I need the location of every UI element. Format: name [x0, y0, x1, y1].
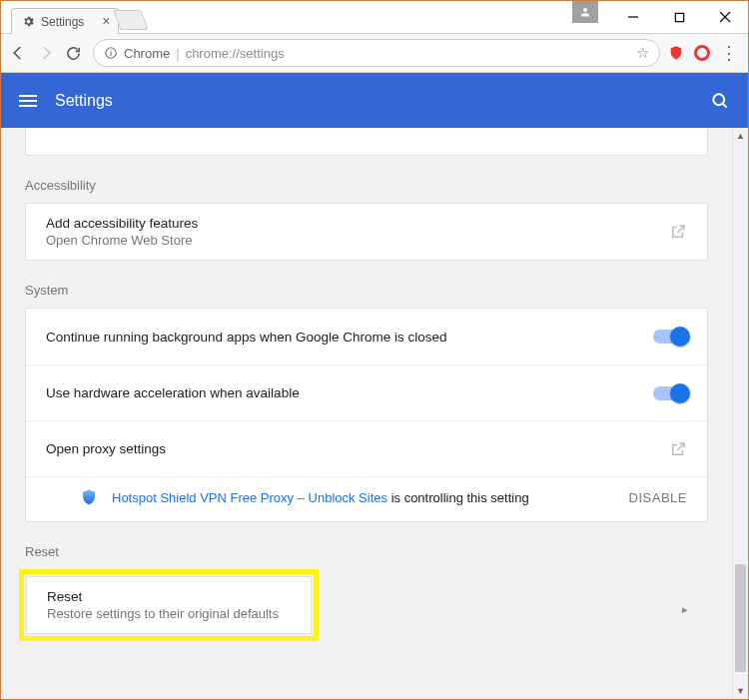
gear-icon: [22, 15, 35, 28]
hamburger-menu-icon[interactable]: [19, 92, 37, 110]
background-apps-toggle[interactable]: [653, 330, 687, 344]
row-title: Open proxy settings: [46, 441, 657, 456]
open-proxy-settings-row[interactable]: Open proxy settings: [26, 420, 707, 476]
window-maximize-button[interactable]: [656, 1, 702, 33]
settings-appbar-title: Settings: [55, 92, 692, 110]
reset-highlight: Reset Restore settings to their original…: [19, 569, 319, 641]
reset-row[interactable]: Reset Restore settings to their original…: [27, 577, 311, 633]
hardware-acceleration-row[interactable]: Use hardware acceleration when available: [26, 364, 707, 420]
row-subtitle: Open Chrome Web Store: [46, 233, 657, 248]
row-subtitle: Restore settings to their original defau…: [47, 606, 291, 621]
svg-point-7: [110, 50, 111, 51]
section-label-accessibility: Accessibility: [25, 178, 708, 193]
open-external-icon: [669, 440, 687, 458]
add-accessibility-features-row[interactable]: Add accessibility features Open Chrome W…: [26, 204, 707, 260]
extension-o-icon[interactable]: [692, 43, 712, 63]
svg-point-0: [583, 8, 587, 12]
shield-icon: [80, 487, 98, 507]
disable-extension-button[interactable]: DISABLE: [629, 490, 687, 505]
forward-button[interactable]: [37, 44, 59, 62]
scroll-thumb[interactable]: [735, 564, 746, 672]
reset-card: Reset Restore settings to their original…: [26, 576, 312, 634]
window-minimize-button[interactable]: [610, 1, 656, 33]
extension-link[interactable]: Hotspot Shield VPN Free Proxy – Unblock …: [112, 490, 387, 505]
browser-toolbar: Chrome | chrome://settings ☆ ⋮: [1, 33, 748, 73]
svg-rect-2: [675, 13, 683, 21]
previous-section-card-bottom: [25, 128, 708, 156]
section-label-reset: Reset: [25, 544, 708, 559]
bookmark-star-icon[interactable]: ☆: [636, 44, 649, 62]
tab-strip: Settings ×: [1, 2, 145, 34]
scroll-down-arrow[interactable]: ▼: [733, 683, 748, 699]
info-icon[interactable]: [104, 46, 118, 60]
svg-point-8: [713, 94, 724, 105]
accessibility-card: Add accessibility features Open Chrome W…: [25, 203, 708, 261]
window-titlebar: Settings ×: [1, 1, 748, 33]
browser-tab-settings[interactable]: Settings ×: [11, 8, 119, 34]
url-separator: |: [176, 46, 179, 61]
vertical-scrollbar[interactable]: ▲ ▼: [732, 128, 748, 699]
background-apps-row[interactable]: Continue running background apps when Go…: [26, 309, 707, 364]
svg-line-11: [677, 443, 684, 450]
browser-menu-button[interactable]: ⋮: [718, 44, 740, 62]
row-title: Reset: [47, 589, 291, 604]
window-close-button[interactable]: [702, 1, 748, 33]
hardware-acceleration-toggle[interactable]: [653, 386, 687, 400]
proxy-controlled-by-extension: Hotspot Shield VPN Free Proxy – Unblock …: [26, 476, 707, 521]
address-bar[interactable]: Chrome | chrome://settings ☆: [93, 39, 660, 67]
settings-viewport: Accessibility Add accessibility features…: [1, 128, 748, 699]
reload-button[interactable]: [65, 45, 87, 62]
new-tab-button[interactable]: [114, 10, 149, 30]
system-card: Continue running background apps when Go…: [25, 308, 708, 522]
extension-controlling-text: Hotspot Shield VPN Free Proxy – Unblock …: [112, 490, 615, 505]
extension-suffix: is controlling this setting: [387, 490, 529, 505]
row-title: Use hardware acceleration when available: [46, 385, 641, 400]
settings-appbar: Settings: [1, 73, 748, 128]
settings-search-icon[interactable]: [710, 91, 730, 111]
tab-title: Settings: [41, 15, 84, 29]
chevron-right-icon: ▸: [682, 603, 688, 616]
profile-badge[interactable]: [572, 1, 598, 23]
row-title: Add accessibility features: [46, 216, 657, 231]
url-scheme-label: Chrome: [124, 46, 170, 61]
section-label-system: System: [25, 283, 708, 298]
settings-content: Accessibility Add accessibility features…: [1, 128, 732, 699]
svg-line-10: [677, 226, 684, 233]
scroll-track[interactable]: [733, 144, 748, 683]
tab-close-icon[interactable]: ×: [102, 14, 110, 28]
open-external-icon: [669, 223, 687, 241]
svg-line-9: [723, 103, 727, 107]
extension-shield-icon[interactable]: [666, 43, 686, 63]
scroll-up-arrow[interactable]: ▲: [733, 128, 748, 144]
url-text: chrome://settings: [186, 46, 630, 61]
row-title: Continue running background apps when Go…: [46, 330, 641, 345]
back-button[interactable]: [9, 44, 31, 62]
